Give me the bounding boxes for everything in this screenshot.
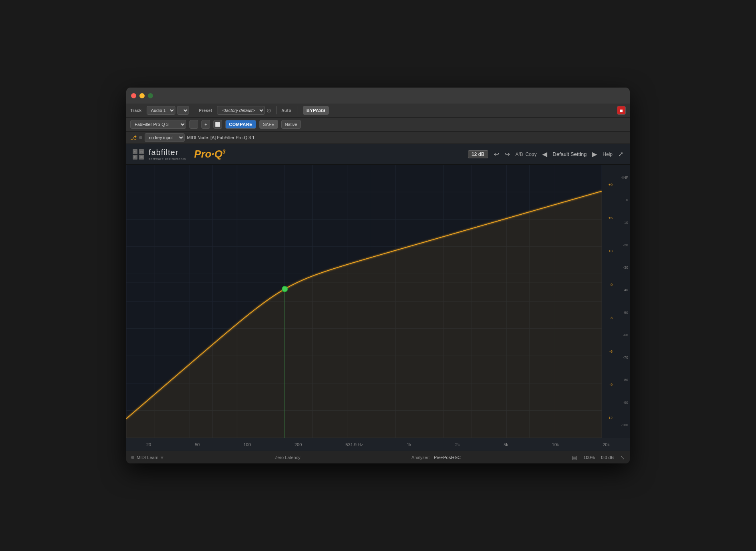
track-sub-select[interactable]: a bbox=[177, 106, 189, 115]
red-square-icon: ■ bbox=[620, 108, 623, 114]
close-button[interactable] bbox=[131, 93, 136, 98]
next-icon: ▶ bbox=[592, 151, 597, 158]
gain-label-0: 0 bbox=[602, 283, 614, 287]
native-button[interactable]: Native bbox=[281, 120, 301, 129]
ab-label[interactable]: A/B bbox=[515, 152, 523, 157]
key-input-select[interactable]: no key input bbox=[145, 133, 185, 142]
zoom-label[interactable]: 100% bbox=[583, 455, 595, 460]
analyzer-value[interactable]: Pre+Post+SC bbox=[434, 455, 461, 460]
minus-button[interactable]: - bbox=[189, 120, 198, 129]
plugin-controls: 12 dB ↩ ↪ A/B Copy ◀ Default Setting bbox=[468, 150, 623, 158]
midi-node-text: MIDI Node: [A] FabFilter Pro-Q 3 1 bbox=[187, 135, 255, 140]
prev-preset-button[interactable]: ◀ bbox=[542, 150, 547, 158]
plugin-header: 10 |0| 0|1 |0| fabfilter software instru… bbox=[126, 144, 630, 165]
expand-button[interactable]: ⤢ bbox=[618, 150, 623, 158]
midi-learn-section: MIDI Learn ▾ bbox=[131, 454, 163, 461]
plus-button[interactable]: + bbox=[201, 120, 210, 129]
gain-label-3: +3 bbox=[602, 249, 614, 253]
divider-1 bbox=[194, 106, 194, 114]
preset-dropdown-icon[interactable]: ⊙ bbox=[267, 107, 271, 114]
undo-button[interactable]: ↩ bbox=[494, 150, 499, 158]
copy-preset-button[interactable]: ⬜ bbox=[213, 120, 222, 129]
eq-canvas[interactable] bbox=[126, 165, 602, 438]
gain-label-6: +6 bbox=[602, 216, 614, 220]
preset-select[interactable]: <factory default> bbox=[217, 106, 265, 115]
fabfilter-logo: 10 |0| 0|1 |0| fabfilter software instru… bbox=[133, 148, 186, 161]
freq-5k: 5k bbox=[503, 442, 508, 447]
spectrum-icon: ▤ bbox=[572, 454, 577, 461]
status-right: ▤ 100% 0.0 dB ⤡ bbox=[572, 454, 625, 461]
track-controls: Audio 1 a bbox=[147, 106, 189, 115]
daw-label-m90: -90 bbox=[614, 401, 630, 405]
redo-icon: ↪ bbox=[505, 151, 510, 158]
fab-subtitle: software instruments bbox=[149, 157, 186, 161]
undo-icon: ↩ bbox=[494, 151, 499, 158]
freq-2k: 2k bbox=[455, 442, 460, 447]
preset-controls: <factory default> ⊙ bbox=[217, 106, 271, 115]
midi-learn-label[interactable]: MIDI Learn bbox=[137, 455, 158, 460]
copy-icon: ⬜ bbox=[215, 122, 221, 127]
freq-531: 531.9 Hz bbox=[346, 442, 363, 447]
logo-grid: 10 |0| 0|1 |0| bbox=[133, 149, 145, 160]
daw-label-0: 0 bbox=[614, 198, 630, 202]
expand-icon: ⤢ bbox=[618, 151, 623, 158]
daw-label-m70: -70 bbox=[614, 355, 630, 359]
freq-100: 100 bbox=[243, 442, 251, 447]
freq-20k: 20k bbox=[603, 442, 610, 447]
maximize-button[interactable] bbox=[148, 93, 153, 98]
gain-label-m12: -12 bbox=[602, 416, 614, 420]
track-section: Track bbox=[130, 108, 143, 113]
midi-dot bbox=[131, 456, 134, 459]
freq-10k: 10k bbox=[552, 442, 559, 447]
help-button[interactable]: Help bbox=[603, 152, 613, 157]
preset-label: Preset bbox=[199, 108, 213, 113]
gain-offset-label[interactable]: 0.0 dB bbox=[601, 455, 614, 460]
copy-button[interactable]: Copy bbox=[525, 152, 537, 157]
daw-label-inf: -INF bbox=[614, 176, 630, 180]
redo-button[interactable]: ↪ bbox=[505, 150, 510, 158]
eq-display[interactable] bbox=[126, 165, 602, 438]
daw-label-m40: -40 bbox=[614, 288, 630, 292]
fabfilter-text: fabfilter software instruments bbox=[149, 148, 186, 161]
bypass-button[interactable]: BYPASS bbox=[303, 106, 329, 115]
daw-label-m10: -10 bbox=[614, 221, 630, 225]
pro-q-logo: Pro·Q3 bbox=[194, 148, 226, 160]
plugin-select[interactable]: FabFilter Pro-Q 3 bbox=[130, 120, 186, 129]
daw-label-m30: -30 bbox=[614, 266, 630, 270]
key-dot bbox=[139, 136, 142, 139]
freq-1k: 1k bbox=[407, 442, 412, 447]
prev-icon: ◀ bbox=[542, 151, 547, 158]
daw-label-m20: -20 bbox=[614, 243, 630, 247]
track-select[interactable]: Audio 1 bbox=[147, 106, 175, 115]
resize-icon[interactable]: ⤡ bbox=[620, 454, 625, 461]
compare-button[interactable]: COMPARE bbox=[225, 120, 256, 129]
title-bar bbox=[126, 88, 630, 104]
safe-button[interactable]: SAFE bbox=[259, 120, 278, 129]
midi-bar: ⎇ no key input MIDI Node: [A] FabFilter … bbox=[126, 132, 630, 144]
status-bar: MIDI Learn ▾ Zero Latency Analyzer: Pre+… bbox=[126, 451, 630, 463]
eq-container: +9 +6 +3 0 -3 -6 -9 -12 -INF 0 -10 -20 -… bbox=[126, 165, 630, 438]
current-preset-name: Default Setting bbox=[553, 151, 587, 157]
freq-20: 20 bbox=[146, 442, 151, 447]
freq-bar: 20 50 100 200 531.9 Hz 1k 2k 5k 10k 20k bbox=[126, 438, 630, 451]
divider-2 bbox=[276, 106, 277, 114]
gain-label-9: +9 bbox=[602, 183, 614, 187]
gain-label-m9: -9 bbox=[602, 383, 614, 387]
plugin-name-section: FabFilter Pro-Q 3 bbox=[130, 120, 186, 129]
midi-dropdown-icon[interactable]: ▾ bbox=[161, 454, 163, 461]
freq-50: 50 bbox=[195, 442, 200, 447]
next-preset-button[interactable]: ▶ bbox=[592, 150, 597, 158]
main-window: Track Audio 1 a Preset <factory default>… bbox=[126, 88, 630, 463]
divider-3 bbox=[298, 106, 298, 114]
db-display[interactable]: 12 dB bbox=[468, 150, 488, 158]
preset-section: Preset bbox=[199, 108, 214, 113]
track-label: Track bbox=[130, 108, 142, 113]
red-square-button[interactable]: ■ bbox=[617, 106, 626, 115]
minimize-button[interactable] bbox=[139, 93, 145, 98]
gain-label-m6: -6 bbox=[602, 349, 614, 353]
eq-gain-scale: +9 +6 +3 0 -3 -6 -9 -12 bbox=[602, 165, 614, 438]
ab-section: A/B Copy bbox=[515, 152, 537, 157]
analyzer-label: Analyzer: bbox=[412, 455, 430, 460]
daw-db-scale: -INF 0 -10 -20 -30 -40 -50 -60 -70 -80 -… bbox=[614, 165, 630, 438]
auto-label: Auto bbox=[281, 108, 291, 113]
